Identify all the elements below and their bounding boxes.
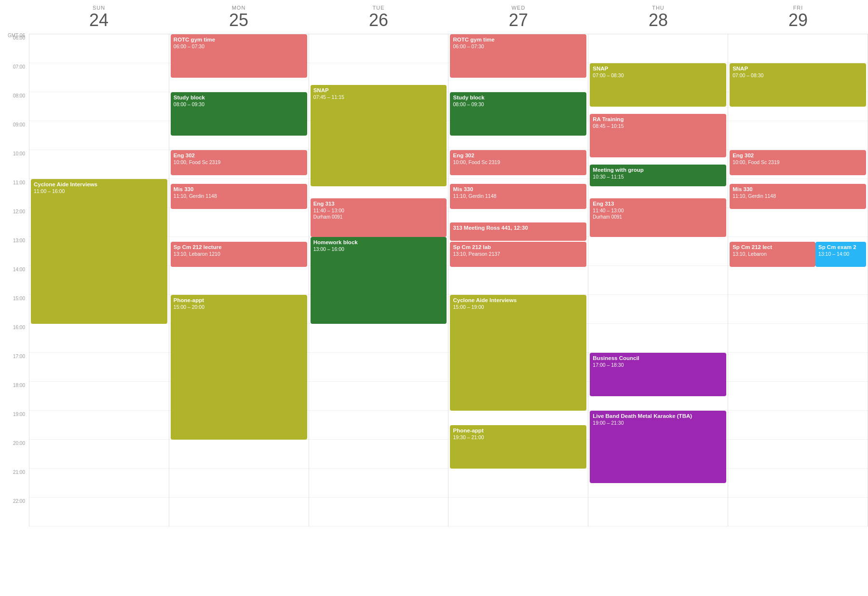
hour-cell [728, 469, 868, 498]
time-label-1300: 13:00 [0, 237, 29, 266]
event-spcm-mon[interactable]: Sp Cm 212 lecture 13:10, Lebaron 1210 [171, 242, 307, 267]
time-label-1400: 14:00 [0, 266, 29, 295]
event-time: 19:00 – 21:30 [593, 420, 723, 427]
event-313meeting-wed[interactable]: 313 Meeting Ross 441, 12:30 [450, 222, 586, 241]
column-sun: Cyclone Aide Interviews 11:00 – 16:00 [29, 34, 169, 527]
hour-cell [29, 469, 169, 498]
day-header-tue: TUE 26 [309, 0, 448, 34]
event-rotc-wed[interactable]: ROTC gym time 06:00 – 07:30 [450, 34, 586, 78]
hour-cell [169, 440, 309, 469]
time-label-1100: 11:00 [0, 179, 29, 208]
event-mis330-mon[interactable]: Mis 330 11:10, Gerdin 1148 [171, 184, 307, 209]
hour-cell [309, 498, 448, 527]
event-title: Mis 330 [453, 186, 583, 193]
hour-cell [448, 266, 588, 295]
event-location: Durham 0091 [593, 214, 723, 220]
event-time: 13:10, Pearson 2137 [453, 251, 583, 258]
event-mis330-wed[interactable]: Mis 330 11:10, Gerdin 1148 [450, 184, 586, 209]
hour-cell [29, 324, 169, 353]
day-number-mon: 25 [169, 11, 309, 30]
hour-cell [29, 34, 169, 63]
event-title: SNAP [593, 65, 723, 72]
event-eng302-wed[interactable]: Eng 302 10:00, Food Sc 2319 [450, 150, 586, 175]
hour-cell [309, 469, 448, 498]
event-eng313-thu[interactable]: Eng 313 11:40 – 13:00 Durham 0091 [590, 198, 726, 237]
event-title: Phone-appt [174, 297, 304, 304]
event-title: Eng 313 [593, 200, 723, 208]
event-business-council-thu[interactable]: Business Council 17:00 – 18:30 [590, 353, 726, 396]
event-cyclone-aide-sun[interactable]: Cyclone Aide Interviews 11:00 – 16:00 [31, 179, 167, 324]
event-time: 10:00, Food Sc 2319 [174, 159, 304, 166]
column-mon: ROTC gym time 06:00 – 07:30 Study block … [169, 34, 309, 527]
time-label-1700: 17:00 [0, 353, 29, 382]
event-time: 13:10 – 14:00 [818, 251, 863, 258]
event-spcm-lab-wed[interactable]: Sp Cm 212 lab 13:10, Pearson 2137 [450, 242, 586, 267]
event-title: Eng 302 [453, 152, 583, 159]
event-title: Study block [453, 94, 583, 101]
event-meeting-group-thu[interactable]: Meeting with group 10:30 – 11:15 [590, 165, 726, 186]
time-label-1500: 15:00 [0, 295, 29, 324]
day-header-fri: FRI 29 [728, 0, 868, 34]
time-label-1000: 10:00 [0, 150, 29, 179]
hour-cell [169, 469, 309, 498]
event-live-band-thu[interactable]: Live Band Death Metal Karaoke (TBA) 19:0… [590, 411, 726, 483]
event-mis330-fri[interactable]: Mis 330 11:10, Gerdin 1148 [730, 184, 866, 209]
event-spcm-exam-fri[interactable]: Sp Cm exam 2 13:10 – 14:00 [815, 242, 866, 267]
event-eng302-mon[interactable]: Eng 302 10:00, Food Sc 2319 [171, 150, 307, 175]
calendar-container: SUN 24 MON 25 TUE 26 WED 27 THU 28 FRI 2… [0, 0, 868, 596]
event-homework-tue[interactable]: Homework block 13:00 – 16:00 [311, 237, 447, 324]
time-labels: 06:00 07:00 08:00 09:00 10:00 11:00 12:0… [0, 34, 29, 527]
event-eng302-fri[interactable]: Eng 302 10:00, Food Sc 2319 [730, 150, 866, 175]
event-title: ROTC gym time [453, 36, 583, 43]
event-time: 11:10, Gerdin 1148 [453, 193, 583, 200]
event-time: 11:00 – 16:00 [34, 188, 164, 195]
event-time: 11:10, Gerdin 1148 [174, 193, 304, 200]
event-title: SNAP [732, 65, 863, 72]
event-snap-tue[interactable]: SNAP 07:45 – 11:15 [311, 85, 447, 186]
time-label-2000: 20:00 [0, 440, 29, 469]
event-time: 15:00 – 20:00 [174, 304, 304, 311]
event-eng313-tue[interactable]: Eng 313 11:40 – 13:00 Durham 0091 [311, 198, 447, 237]
time-label-900: 09:00 [0, 121, 29, 150]
hour-cell [728, 266, 868, 295]
event-time: 15:00 – 19:00 [453, 304, 583, 311]
event-snap-fri[interactable]: SNAP 07:00 – 08:30 [730, 63, 866, 107]
event-ra-training-thu[interactable]: RA Training 08:45 – 10:15 [590, 114, 726, 157]
event-cyclone-aide-wed[interactable]: Cyclone Aide Interviews 15:00 – 19:00 [450, 295, 586, 411]
column-wed: ROTC gym time 06:00 – 07:30 Study block … [448, 34, 588, 527]
day-number-wed: 27 [448, 11, 588, 30]
event-study-mon[interactable]: Study block 08:00 – 09:30 [171, 92, 307, 136]
hour-cell [29, 92, 169, 121]
event-title: Study block [174, 94, 304, 101]
event-phone-mon[interactable]: Phone-appt 15:00 – 20:00 [171, 295, 307, 440]
hour-cell [309, 353, 448, 382]
event-rotc-mon[interactable]: ROTC gym time 06:00 – 07:30 [171, 34, 307, 78]
hour-cell [169, 208, 309, 237]
event-title: Sp Cm 212 lab [453, 244, 583, 251]
event-time: 10:00, Food Sc 2319 [453, 159, 583, 166]
hour-cell [29, 382, 169, 411]
event-title: Mis 330 [174, 186, 304, 193]
hour-cell [29, 121, 169, 150]
time-label-600: 06:00 [0, 34, 29, 63]
event-time: 13:10, Lebaron [732, 251, 813, 258]
hour-cell [29, 150, 169, 179]
hour-cell [588, 498, 728, 527]
time-label-2100: 21:00 [0, 469, 29, 498]
hour-cell [29, 440, 169, 469]
event-time: 08:00 – 09:30 [453, 101, 583, 108]
event-title: Business Council [593, 355, 723, 362]
event-snap-thu[interactable]: SNAP 07:00 – 08:30 [590, 63, 726, 107]
time-label-1900: 19:00 [0, 411, 29, 440]
hour-cell [728, 208, 868, 237]
event-study-wed[interactable]: Study block 08:00 – 09:30 [450, 92, 586, 136]
calendar-grid: 06:00 07:00 08:00 09:00 10:00 11:00 12:0… [29, 34, 868, 527]
event-time: 07:45 – 11:15 [313, 94, 444, 101]
event-time: 19:30 – 21:00 [453, 434, 583, 441]
event-title: Cyclone Aide Interviews [453, 297, 583, 304]
event-phone-wed[interactable]: Phone-appt 19:30 – 21:00 [450, 425, 586, 469]
day-header-wed: WED 27 [448, 0, 588, 34]
hour-cell [728, 498, 868, 527]
event-spcm-lect-fri[interactable]: Sp Cm 212 lect 13:10, Lebaron [730, 242, 815, 267]
event-title: Cyclone Aide Interviews [34, 181, 164, 188]
